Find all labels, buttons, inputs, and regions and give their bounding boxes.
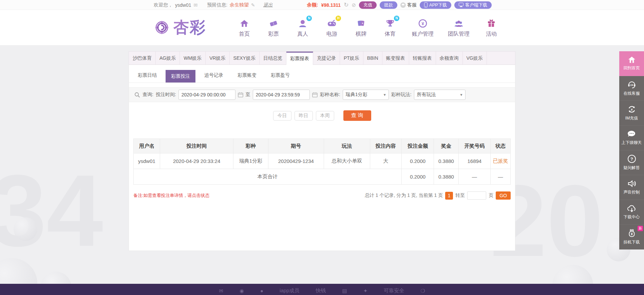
go-button[interactable]: GO [496, 191, 511, 200]
tab-sexy[interactable]: SEXY娱乐 [230, 52, 260, 64]
site-logo[interactable]: 杏彩 [153, 17, 206, 38]
query-button[interactable]: 查 询 [343, 110, 371, 121]
new-badge: 新 [638, 226, 643, 231]
balance-value: ¥98.1311 [321, 2, 341, 8]
sidebar-chat[interactable]: 上下级聊天 [619, 126, 644, 150]
sidebar-hangup-download[interactable]: 新 ¥ 挂机下载 [619, 225, 644, 250]
total-label: 本页合计 [134, 169, 402, 185]
tab-vr[interactable]: VR娱乐 [206, 52, 229, 64]
service-label: 客服 [407, 2, 417, 8]
subtab-zhuihao-jilu[interactable]: 追号记录 [199, 70, 229, 80]
footer-logo: 可靠安全 [384, 288, 404, 294]
sidebar-im-recharge[interactable]: ¥ IM充值 [619, 101, 644, 126]
subtab-caipiao-touzhu[interactable]: 彩票投注 [166, 70, 195, 82]
nav-account[interactable]: ¥ 账户管理 [405, 18, 441, 38]
footer-logo: ◉ [240, 288, 244, 294]
tab-shaba-tiyu[interactable]: 沙巴体育 [129, 52, 156, 64]
nav-live-casino[interactable]: N 真人 [288, 18, 317, 38]
monitor-icon [459, 3, 463, 7]
tab-ag[interactable]: AG娱乐 [156, 52, 180, 64]
sidebar-label: 声音控制 [624, 189, 640, 195]
balance-label: 余额: [307, 2, 318, 8]
lottery-select[interactable]: 瑞典1分彩 ▾ [343, 90, 389, 100]
tab-chongti-jilu[interactable]: 充提记录 [313, 52, 340, 64]
nav-egames[interactable]: H 电游 [317, 18, 346, 38]
goto-page-input[interactable] [467, 191, 486, 200]
bet-time-to-input[interactable] [253, 90, 310, 100]
nav-team[interactable]: 团队管理 [441, 18, 477, 38]
today-button[interactable]: 今日 [273, 111, 291, 121]
tab-yue-chaxun[interactable]: 余额查询 [436, 52, 463, 64]
nav-lottery[interactable]: 彩票 [259, 18, 288, 38]
tab-zhangbian-baobiao[interactable]: 账变报表 [382, 52, 409, 64]
calendar-icon[interactable] [238, 92, 243, 97]
this-week-button[interactable]: 本周 [316, 111, 334, 121]
tab-vg[interactable]: VG娱乐 [463, 52, 487, 64]
footer-logos: ✉ ◉ ● iapp成员 快钱 ▤ ✦ 可靠安全 ❍ [0, 288, 644, 294]
subtab-caipiao-rijie[interactable]: 彩票日结 [132, 70, 162, 80]
hide-balance-icon[interactable]: ⊘ [352, 2, 356, 8]
sidebar-label: 上下级聊天 [622, 140, 642, 146]
sidebar-online-service[interactable]: 24 在线客服 [619, 76, 644, 101]
cloud-download-icon [627, 204, 637, 213]
sidebar-sound[interactable]: 声音控制 [619, 175, 644, 200]
play-type-select[interactable]: 所有玩法 ▾ [414, 90, 466, 100]
col-prize: 奖金 [434, 139, 458, 153]
footer-logo: ❍ [420, 288, 425, 294]
table-header-row: 用户名 投注时间 彩种 期号 玩法 投注内容 投注金额 奖金 开奖号码 状态 [134, 139, 511, 153]
quick-buttons-row: 今日 昨日 本周 查 询 [129, 110, 515, 121]
app-download-label: APP下载 [429, 2, 447, 8]
nav-label: 体育 [376, 31, 405, 38]
nav-activity[interactable]: 活动 [477, 18, 506, 38]
logout-link[interactable]: 退出 [263, 2, 273, 8]
tab-wm[interactable]: WM娱乐 [180, 52, 206, 64]
client-download-button[interactable]: 客户端下载 [454, 1, 492, 9]
subtab-caipiao-yingkui[interactable]: 彩票盈亏 [265, 70, 295, 80]
nav-home[interactable]: 首页 [230, 18, 259, 38]
withdraw-button[interactable]: 提款 [380, 1, 397, 9]
subtab-caipiao-zhangbian[interactable]: 彩票账变 [232, 70, 262, 80]
yesterday-button[interactable]: 昨日 [295, 111, 313, 121]
mail-icon[interactable]: ✉ [193, 2, 197, 8]
cell-bet-time: 2020-04-29 20:33:24 [160, 153, 233, 169]
recharge-button[interactable]: 充值 [359, 1, 377, 9]
nav-label: 电游 [317, 31, 346, 38]
tab-rijie-zonglan[interactable]: 日结总览 [260, 52, 286, 64]
chevron-down-icon: ▾ [460, 92, 462, 97]
nav-chess[interactable]: 棋牌 [346, 18, 376, 38]
tab-caipiao-baobiao[interactable]: 彩票报表 [286, 52, 313, 65]
current-page-button[interactable]: 1 [445, 192, 453, 200]
col-bet-content: 投注内容 [370, 139, 401, 153]
svg-text:¥: ¥ [421, 21, 424, 26]
chevron-down-icon: ▾ [384, 92, 386, 97]
tab-bbin[interactable]: BBIN [363, 52, 382, 64]
svg-text:?: ? [630, 156, 633, 162]
col-lottery: 彩种 [233, 139, 268, 153]
sidebar-faq[interactable]: ? 疑问解答 [619, 150, 644, 175]
gift-icon [487, 19, 496, 28]
headset-24-icon: 24 [627, 80, 636, 89]
edit-icon[interactable]: ✎ [251, 2, 255, 8]
pagination: 总计 1 个记录, 分为 1 页, 当前第 1 页 1 转至 页 GO [365, 191, 511, 200]
client-download-label: 客户端下载 [465, 2, 487, 8]
nav-sports[interactable]: N 体育 [376, 18, 405, 38]
nav-label: 棋牌 [346, 31, 376, 38]
app-download-button[interactable]: APP下载 [420, 1, 451, 9]
nav-label: 首页 [230, 31, 259, 38]
service-link[interactable]: 客服 [400, 2, 417, 8]
calendar-icon[interactable] [312, 92, 318, 97]
sidebar-download-center[interactable]: 下载中心 [619, 200, 644, 225]
cell-bet-content: 大 [370, 153, 401, 169]
nav-label: 团队管理 [441, 31, 477, 38]
status-link[interactable]: 已派奖 [493, 158, 508, 164]
nav-badge-n: N [394, 16, 399, 21]
gamepad-icon [326, 19, 337, 28]
bet-time-from-input[interactable] [178, 90, 235, 100]
cell-prize: 0.3880 [434, 153, 458, 169]
tab-zhuanzhang-baobiao[interactable]: 转账报表 [409, 52, 436, 64]
cell-lottery: 瑞典1分彩 [233, 153, 268, 169]
tab-pt[interactable]: PT娱乐 [340, 52, 363, 64]
refresh-balance-icon[interactable]: ↻ [344, 1, 348, 8]
im-recharge-icon: ¥ [627, 105, 636, 114]
sidebar-home[interactable]: 回到首页 [619, 51, 644, 76]
